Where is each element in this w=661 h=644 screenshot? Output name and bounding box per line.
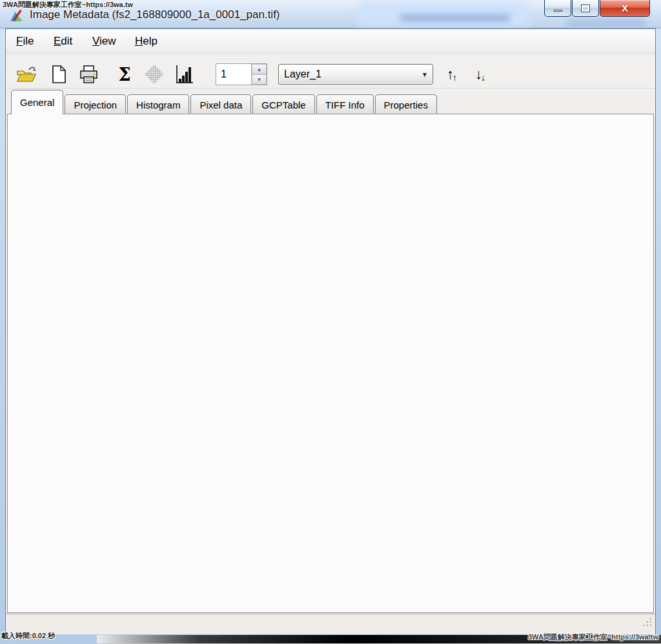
resize-grip[interactable] [644, 618, 653, 627]
tab-general[interactable]: General [11, 90, 63, 114]
menu-bar: File Edit View Help [6, 29, 655, 54]
dialog-client-area: File Edit View Help [5, 28, 656, 634]
band-number-input[interactable] [216, 64, 251, 85]
new-document-icon [50, 65, 67, 84]
band-spinner-buttons: ▲ ▼ [251, 64, 267, 85]
app-icon [8, 8, 25, 25]
open-file-button[interactable] [15, 63, 38, 86]
spin-up-button[interactable]: ▲ [252, 64, 267, 74]
watermark-bottom-right: 3WA問題解決專家工作室~https://3wa.tw [528, 632, 658, 642]
minimize-icon [554, 10, 562, 12]
histogram-icon [174, 64, 194, 85]
spin-down-icon: ▼ [257, 77, 262, 83]
menu-edit[interactable]: Edit [51, 34, 75, 49]
background-window-blur [568, 19, 646, 27]
histogram-button[interactable] [172, 63, 196, 86]
tab-pixel-data[interactable]: Pixel data [190, 94, 251, 114]
general-tab-panel [7, 114, 654, 613]
menu-file[interactable]: File [14, 34, 36, 49]
layer-select-value: Layer_1 [279, 68, 417, 80]
compute-statistics-button[interactable]: Σ [113, 63, 136, 86]
layer-down-icon: ↓↓ [475, 66, 484, 83]
open-file-icon [16, 65, 37, 83]
layer-up-button[interactable]: ↑↑ [440, 63, 463, 86]
tab-strip: General Projection Histogram Pixel data … [11, 90, 438, 114]
band-spinner: ▲ ▼ [216, 63, 267, 85]
spin-up-icon: ▲ [257, 67, 262, 72]
close-button[interactable]: X [600, 0, 650, 17]
background-window-blur [400, 14, 510, 22]
print-button[interactable] [77, 63, 100, 86]
layer-up-icon: ↑↑ [447, 66, 456, 83]
tab-gcptable[interactable]: GCPTable [252, 94, 314, 114]
layer-down-button[interactable]: ↓↓ [468, 63, 491, 86]
menu-help[interactable]: Help [132, 34, 160, 49]
tab-properties[interactable]: Properties [375, 94, 437, 114]
close-icon: X [622, 3, 628, 14]
tab-projection[interactable]: Projection [65, 94, 126, 114]
watermark-top-left: 3WA問題解決專家工作室~https://3wa.tw [3, 0, 133, 10]
print-icon [79, 65, 98, 84]
window-title: Image Metadata (fs2_168809000_1a_0001_pa… [30, 8, 280, 21]
status-bar [6, 614, 655, 634]
menu-view[interactable]: View [90, 34, 119, 49]
chevron-down-icon: ▼ [417, 71, 432, 78]
statistics-sigma-icon: Σ [118, 66, 130, 83]
maximize-icon [582, 5, 589, 12]
tab-histogram[interactable]: Histogram [127, 94, 189, 114]
pyramid-layers-button[interactable] [143, 63, 166, 86]
load-time-text: 載入時間:0.02 秒 [1, 631, 55, 641]
minimize-button[interactable] [544, 0, 571, 17]
spin-down-button[interactable]: ▼ [252, 74, 267, 85]
maximize-button[interactable] [572, 0, 599, 17]
new-file-button[interactable] [47, 63, 70, 86]
layer-select-combobox[interactable]: Layer_1 ▼ [278, 64, 433, 85]
pyramid-layers-icon [143, 63, 165, 85]
tab-tiff-info[interactable]: TIFF Info [316, 94, 374, 114]
window-controls: X [544, 0, 651, 18]
screen: Image Metadata (fs2_168809000_1a_0001_pa… [0, 0, 661, 644]
